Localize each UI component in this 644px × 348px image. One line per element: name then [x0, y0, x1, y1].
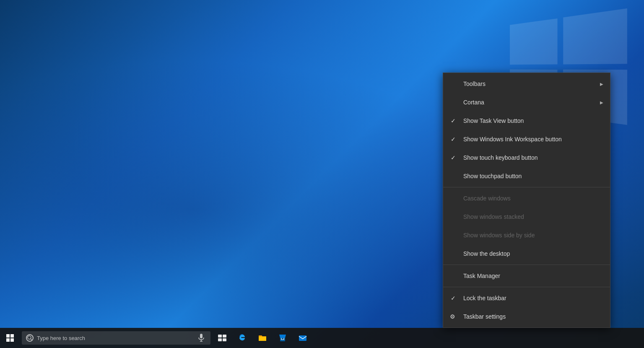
svg-point-0 — [28, 336, 31, 339]
stacked-label: Show windows stacked — [463, 213, 524, 220]
side-by-side-label: Show windows side by side — [463, 232, 535, 239]
taskbar-settings-label: Taskbar settings — [463, 313, 506, 320]
task-view-icon — [218, 333, 227, 343]
desktop: Toolbars Cortana ✓ Show Task View button… — [0, 0, 644, 348]
menu-item-ink-workspace[interactable]: ✓ Show Windows Ink Workspace button — [443, 130, 610, 148]
show-desktop-label: Show the desktop — [463, 250, 510, 257]
search-placeholder: Type here to search — [37, 335, 196, 341]
microphone-icon[interactable] — [196, 333, 206, 343]
touch-keyboard-check: ✓ — [451, 154, 456, 161]
toolbars-label: Toolbars — [463, 81, 486, 87]
windows-logo-icon — [6, 334, 14, 342]
svg-rect-7 — [218, 338, 222, 341]
svg-line-1 — [31, 339, 32, 340]
lock-taskbar-check: ✓ — [451, 295, 456, 301]
menu-item-stacked: Show windows stacked — [443, 208, 610, 226]
ink-workspace-check: ✓ — [451, 136, 456, 143]
task-view-btn-label: Show Task View button — [463, 117, 524, 124]
separator-1 — [443, 187, 610, 187]
task-manager-label: Task Manager — [463, 273, 500, 279]
menu-item-touch-keyboard[interactable]: ✓ Show touch keyboard button — [443, 148, 610, 167]
menu-item-task-view-btn[interactable]: ✓ Show Task View button — [443, 112, 610, 130]
svg-rect-2 — [200, 334, 203, 338]
file-explorer-icon — [258, 333, 267, 343]
gear-icon: ⚙ — [450, 313, 455, 320]
menu-item-show-desktop[interactable]: Show the desktop — [443, 244, 610, 263]
task-view-check: ✓ — [451, 117, 456, 124]
store-icon — [278, 333, 287, 343]
task-view-button[interactable] — [212, 328, 232, 348]
svg-rect-5 — [218, 335, 222, 338]
menu-item-side-by-side: Show windows side by side — [443, 226, 610, 244]
search-bar[interactable]: Type here to search — [22, 331, 210, 345]
menu-item-lock-taskbar[interactable]: ✓ Lock the taskbar — [443, 289, 610, 307]
svg-rect-6 — [223, 335, 226, 338]
store-button[interactable] — [273, 328, 293, 348]
menu-item-task-manager[interactable]: Task Manager — [443, 267, 610, 285]
lock-taskbar-label: Lock the taskbar — [463, 295, 506, 301]
menu-item-cascade: Cascade windows — [443, 189, 610, 208]
start-button[interactable] — [0, 328, 20, 348]
touch-keyboard-label: Show touch keyboard button — [463, 154, 538, 161]
svg-rect-8 — [223, 338, 226, 341]
touchpad-label: Show touchpad button — [463, 173, 522, 179]
menu-item-toolbars[interactable]: Toolbars — [443, 75, 610, 93]
menu-item-cortana[interactable]: Cortana — [443, 93, 610, 112]
separator-2 — [443, 265, 610, 265]
edge-button[interactable] — [232, 328, 252, 348]
svg-rect-10 — [299, 335, 306, 341]
ink-workspace-label: Show Windows Ink Workspace button — [463, 136, 562, 143]
context-menu: Toolbars Cortana ✓ Show Task View button… — [443, 73, 610, 328]
mail-button[interactable] — [293, 328, 313, 348]
menu-item-touchpad[interactable]: Show touchpad button — [443, 167, 610, 185]
search-icon — [26, 334, 34, 342]
cortana-label: Cortana — [463, 99, 484, 106]
file-explorer-button[interactable] — [252, 328, 273, 348]
menu-item-taskbar-settings[interactable]: ⚙ Taskbar settings — [443, 307, 610, 326]
separator-3 — [443, 287, 610, 287]
mail-icon — [298, 333, 307, 343]
taskbar: Type here to search — [0, 328, 644, 348]
cascade-label: Cascade windows — [463, 195, 511, 202]
edge-icon — [238, 333, 247, 343]
